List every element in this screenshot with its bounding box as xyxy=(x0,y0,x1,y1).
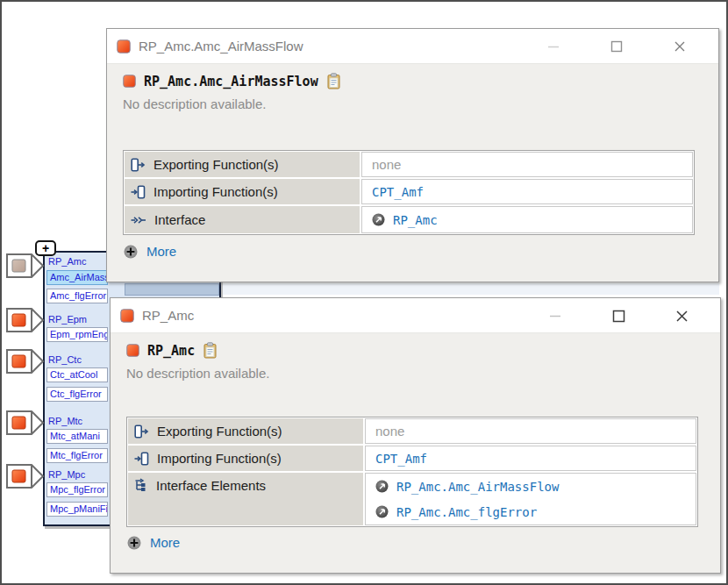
minimize-button[interactable] xyxy=(524,298,587,333)
row-label: Interface Elements xyxy=(128,473,363,525)
close-button[interactable] xyxy=(650,298,713,333)
minimize-button[interactable] xyxy=(522,29,585,64)
link-line: RP_Amc.Amc_flgError xyxy=(375,499,537,524)
exporting-function-icon xyxy=(131,158,146,172)
more-button[interactable]: More xyxy=(127,535,180,550)
importing-function-icon xyxy=(134,452,149,466)
table-row: Exporting Function(s) none xyxy=(128,418,696,444)
table-row: Importing Function(s) CPT_Amf xyxy=(128,446,696,471)
clipboard-copy-icon[interactable] xyxy=(203,342,218,359)
table-row: Exporting Function(s) none xyxy=(125,152,693,177)
port-label[interactable]: RP_Amc xyxy=(48,256,108,267)
interface-elements-icon xyxy=(134,478,148,492)
interface-element-link[interactable]: RP_Amc.Amc_flgError xyxy=(396,505,537,519)
object-name: RP_Amc xyxy=(147,343,195,359)
row-label-text: Interface xyxy=(154,212,205,227)
maximize-icon xyxy=(612,310,625,323)
port-item[interactable]: Amc_flgError xyxy=(46,289,108,303)
object-header: RP_Amc xyxy=(126,342,218,359)
more-label: More xyxy=(150,535,180,550)
properties-table: Exporting Function(s) none Importing Fun… xyxy=(123,150,695,235)
interface-icon-orange xyxy=(126,344,139,357)
port-item-selected[interactable]: Amc_AirMass xyxy=(46,270,108,285)
more-label: More xyxy=(146,244,176,259)
port-item[interactable]: Mpc_pManiFilt xyxy=(46,502,108,517)
port-flag-icon[interactable] xyxy=(5,308,46,336)
row-value: RP_Amc xyxy=(361,206,693,233)
row-label-text: Exporting Function(s) xyxy=(157,424,282,439)
dialog-airmassflow: RP_Amc.Amc_AirMassFlow RP_Amc.Amc_AirMas… xyxy=(106,28,719,282)
row-label: Importing Function(s) xyxy=(128,446,363,471)
minimize-icon xyxy=(549,310,561,322)
maximize-icon xyxy=(610,40,623,53)
interface-link[interactable]: RP_Amc xyxy=(393,213,438,227)
port-flag-icon[interactable] xyxy=(5,253,46,282)
navigate-icon[interactable] xyxy=(372,213,385,226)
properties-table: Exporting Function(s) none Importing Fun… xyxy=(126,417,698,527)
close-icon xyxy=(674,40,686,53)
port-item[interactable]: Ctc_atCool xyxy=(46,367,108,382)
diagram-connection-bar xyxy=(125,283,219,296)
port-item[interactable]: Epm_rpmEngS xyxy=(46,327,108,342)
port-flag-icon[interactable] xyxy=(5,349,46,377)
table-row: Importing Function(s) CPT_Amf xyxy=(125,179,693,204)
object-header: RP_Amc.Amc_AirMassFlow xyxy=(123,73,341,89)
plus-more-icon xyxy=(124,245,138,259)
interface-element-link[interactable]: RP_Amc.Amc_AirMassFlow xyxy=(396,480,559,494)
port-item[interactable]: Mtc_atMani xyxy=(46,429,108,444)
importing-function-link[interactable]: CPT_Amf xyxy=(372,185,424,199)
maximize-button[interactable] xyxy=(587,298,650,333)
diagram-background-strip xyxy=(223,283,719,295)
row-label: Importing Function(s) xyxy=(125,179,360,204)
clipboard-copy-icon[interactable] xyxy=(326,73,341,89)
window-title: RP_Amc xyxy=(142,308,194,323)
value-none: none xyxy=(372,157,401,172)
port-item[interactable]: Mpc_flgError xyxy=(46,482,108,497)
row-value: RP_Amc.Amc_AirMassFlow RP_Amc.Amc_flgErr… xyxy=(365,473,696,525)
row-value: CPT_Amf xyxy=(365,446,696,471)
description-text: No description available. xyxy=(123,96,266,111)
navigate-icon[interactable] xyxy=(375,480,389,493)
interface-element-icon xyxy=(117,39,131,54)
port-item[interactable]: Mtc_flgError xyxy=(46,448,108,463)
value-none: none xyxy=(375,424,404,439)
navigate-icon[interactable] xyxy=(375,505,389,518)
dialog-rp-amc: RP_Amc RP_Amc No description available. xyxy=(110,297,721,574)
more-button[interactable]: More xyxy=(124,244,176,259)
row-label-text: Exporting Function(s) xyxy=(153,157,279,172)
interface-icon xyxy=(131,214,146,226)
port-label[interactable]: RP_Mpc xyxy=(48,469,108,480)
interface-element-icon xyxy=(123,75,136,88)
port-label[interactable]: RP_Epm xyxy=(48,314,108,325)
minimize-icon xyxy=(547,40,560,53)
plus-more-icon xyxy=(127,536,141,550)
row-label: Exporting Function(s) xyxy=(125,152,360,177)
port-item[interactable]: Ctc_flgError xyxy=(46,387,108,402)
object-name: RP_Amc.Amc_AirMassFlow xyxy=(144,74,318,89)
port-label[interactable]: RP_Ctc xyxy=(48,354,108,365)
importing-function-link[interactable]: CPT_Amf xyxy=(375,452,427,466)
table-row: Interface Elements RP_Amc.Amc_AirMassFlo… xyxy=(128,473,696,525)
screenshot-frame: + RP_Amc Amc_AirMass Amc_flgError RP_Epm… xyxy=(0,0,728,585)
row-label: Interface xyxy=(125,206,360,233)
description-text: No description available. xyxy=(126,366,269,381)
window-controls xyxy=(524,298,713,333)
maximize-button[interactable] xyxy=(585,29,648,64)
port-flag-icon[interactable] xyxy=(5,464,46,492)
port-label[interactable]: RP_Mtc xyxy=(48,416,108,426)
row-label-text: Importing Function(s) xyxy=(157,451,282,466)
row-value: none xyxy=(365,418,696,444)
close-button[interactable] xyxy=(648,29,711,64)
link-line: RP_Amc xyxy=(372,207,438,232)
interface-icon-orange xyxy=(120,309,134,323)
row-label-text: Interface Elements xyxy=(156,478,266,493)
port-flag-icon[interactable] xyxy=(5,410,46,439)
row-value: CPT_Amf xyxy=(361,179,693,204)
importing-function-icon xyxy=(131,185,146,199)
window-title: RP_Amc.Amc_AirMassFlow xyxy=(139,39,303,54)
exporting-function-icon xyxy=(134,424,149,439)
link-line: RP_Amc.Amc_AirMassFlow xyxy=(375,474,559,499)
window-controls xyxy=(522,29,711,64)
table-row: Interface RP_Amc xyxy=(125,206,693,233)
row-label: Exporting Function(s) xyxy=(128,418,363,444)
